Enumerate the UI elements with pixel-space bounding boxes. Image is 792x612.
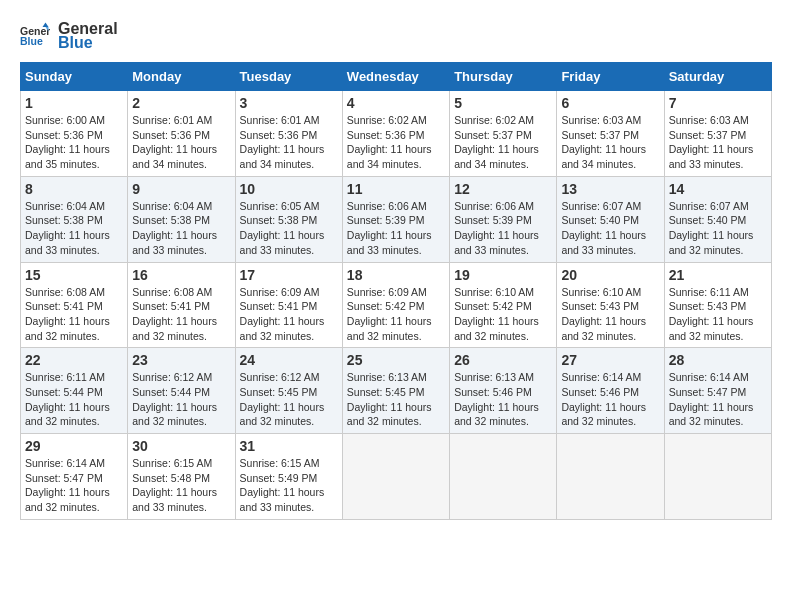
day-info: Sunrise: 6:12 AM Sunset: 5:44 PM Dayligh…	[132, 370, 230, 429]
day-info: Sunrise: 6:15 AM Sunset: 5:48 PM Dayligh…	[132, 456, 230, 515]
day-info: Sunrise: 6:12 AM Sunset: 5:45 PM Dayligh…	[240, 370, 338, 429]
day-info: Sunrise: 6:01 AM Sunset: 5:36 PM Dayligh…	[132, 113, 230, 172]
calendar-cell: 31Sunrise: 6:15 AM Sunset: 5:49 PM Dayli…	[235, 434, 342, 520]
day-number: 3	[240, 95, 338, 111]
day-number: 16	[132, 267, 230, 283]
day-number: 10	[240, 181, 338, 197]
header-tuesday: Tuesday	[235, 63, 342, 91]
header-sunday: Sunday	[21, 63, 128, 91]
calendar-cell: 6Sunrise: 6:03 AM Sunset: 5:37 PM Daylig…	[557, 91, 664, 177]
day-info: Sunrise: 6:08 AM Sunset: 5:41 PM Dayligh…	[25, 285, 123, 344]
day-number: 19	[454, 267, 552, 283]
day-number: 13	[561, 181, 659, 197]
day-info: Sunrise: 6:00 AM Sunset: 5:36 PM Dayligh…	[25, 113, 123, 172]
day-number: 26	[454, 352, 552, 368]
calendar-cell: 26Sunrise: 6:13 AM Sunset: 5:46 PM Dayli…	[450, 348, 557, 434]
calendar-week-3: 15Sunrise: 6:08 AM Sunset: 5:41 PM Dayli…	[21, 262, 772, 348]
day-info: Sunrise: 6:03 AM Sunset: 5:37 PM Dayligh…	[669, 113, 767, 172]
day-number: 28	[669, 352, 767, 368]
day-number: 1	[25, 95, 123, 111]
day-number: 29	[25, 438, 123, 454]
day-number: 4	[347, 95, 445, 111]
calendar-week-5: 29Sunrise: 6:14 AM Sunset: 5:47 PM Dayli…	[21, 434, 772, 520]
day-number: 24	[240, 352, 338, 368]
day-info: Sunrise: 6:14 AM Sunset: 5:47 PM Dayligh…	[669, 370, 767, 429]
day-number: 27	[561, 352, 659, 368]
calendar-cell: 1Sunrise: 6:00 AM Sunset: 5:36 PM Daylig…	[21, 91, 128, 177]
day-info: Sunrise: 6:14 AM Sunset: 5:47 PM Dayligh…	[25, 456, 123, 515]
calendar-week-2: 8Sunrise: 6:04 AM Sunset: 5:38 PM Daylig…	[21, 176, 772, 262]
calendar-cell: 4Sunrise: 6:02 AM Sunset: 5:36 PM Daylig…	[342, 91, 449, 177]
calendar-cell: 10Sunrise: 6:05 AM Sunset: 5:38 PM Dayli…	[235, 176, 342, 262]
header-monday: Monday	[128, 63, 235, 91]
calendar-cell: 7Sunrise: 6:03 AM Sunset: 5:37 PM Daylig…	[664, 91, 771, 177]
day-number: 30	[132, 438, 230, 454]
day-info: Sunrise: 6:10 AM Sunset: 5:42 PM Dayligh…	[454, 285, 552, 344]
day-info: Sunrise: 6:08 AM Sunset: 5:41 PM Dayligh…	[132, 285, 230, 344]
day-info: Sunrise: 6:06 AM Sunset: 5:39 PM Dayligh…	[347, 199, 445, 258]
day-number: 7	[669, 95, 767, 111]
calendar-cell: 23Sunrise: 6:12 AM Sunset: 5:44 PM Dayli…	[128, 348, 235, 434]
header-friday: Friday	[557, 63, 664, 91]
calendar-week-4: 22Sunrise: 6:11 AM Sunset: 5:44 PM Dayli…	[21, 348, 772, 434]
day-number: 14	[669, 181, 767, 197]
day-info: Sunrise: 6:04 AM Sunset: 5:38 PM Dayligh…	[25, 199, 123, 258]
day-info: Sunrise: 6:01 AM Sunset: 5:36 PM Dayligh…	[240, 113, 338, 172]
day-info: Sunrise: 6:15 AM Sunset: 5:49 PM Dayligh…	[240, 456, 338, 515]
calendar-cell: 15Sunrise: 6:08 AM Sunset: 5:41 PM Dayli…	[21, 262, 128, 348]
header-wednesday: Wednesday	[342, 63, 449, 91]
calendar-cell: 25Sunrise: 6:13 AM Sunset: 5:45 PM Dayli…	[342, 348, 449, 434]
calendar-cell: 5Sunrise: 6:02 AM Sunset: 5:37 PM Daylig…	[450, 91, 557, 177]
day-info: Sunrise: 6:13 AM Sunset: 5:46 PM Dayligh…	[454, 370, 552, 429]
calendar-cell: 12Sunrise: 6:06 AM Sunset: 5:39 PM Dayli…	[450, 176, 557, 262]
logo: General Blue General Blue	[20, 20, 118, 52]
day-number: 6	[561, 95, 659, 111]
day-info: Sunrise: 6:11 AM Sunset: 5:43 PM Dayligh…	[669, 285, 767, 344]
day-number: 21	[669, 267, 767, 283]
calendar-cell: 2Sunrise: 6:01 AM Sunset: 5:36 PM Daylig…	[128, 91, 235, 177]
calendar-cell	[342, 434, 449, 520]
day-info: Sunrise: 6:07 AM Sunset: 5:40 PM Dayligh…	[561, 199, 659, 258]
calendar-week-1: 1Sunrise: 6:00 AM Sunset: 5:36 PM Daylig…	[21, 91, 772, 177]
calendar-table: SundayMondayTuesdayWednesdayThursdayFrid…	[20, 62, 772, 520]
calendar-cell: 8Sunrise: 6:04 AM Sunset: 5:38 PM Daylig…	[21, 176, 128, 262]
day-number: 22	[25, 352, 123, 368]
calendar-cell	[664, 434, 771, 520]
day-number: 31	[240, 438, 338, 454]
calendar-cell: 21Sunrise: 6:11 AM Sunset: 5:43 PM Dayli…	[664, 262, 771, 348]
calendar-cell: 22Sunrise: 6:11 AM Sunset: 5:44 PM Dayli…	[21, 348, 128, 434]
day-info: Sunrise: 6:02 AM Sunset: 5:37 PM Dayligh…	[454, 113, 552, 172]
day-info: Sunrise: 6:13 AM Sunset: 5:45 PM Dayligh…	[347, 370, 445, 429]
page-header: General Blue General Blue	[20, 20, 772, 52]
calendar-cell: 11Sunrise: 6:06 AM Sunset: 5:39 PM Dayli…	[342, 176, 449, 262]
day-number: 23	[132, 352, 230, 368]
day-number: 9	[132, 181, 230, 197]
day-number: 18	[347, 267, 445, 283]
day-number: 8	[25, 181, 123, 197]
calendar-cell: 19Sunrise: 6:10 AM Sunset: 5:42 PM Dayli…	[450, 262, 557, 348]
calendar-cell: 16Sunrise: 6:08 AM Sunset: 5:41 PM Dayli…	[128, 262, 235, 348]
calendar-cell: 13Sunrise: 6:07 AM Sunset: 5:40 PM Dayli…	[557, 176, 664, 262]
day-info: Sunrise: 6:03 AM Sunset: 5:37 PM Dayligh…	[561, 113, 659, 172]
day-info: Sunrise: 6:11 AM Sunset: 5:44 PM Dayligh…	[25, 370, 123, 429]
logo-icon: General Blue	[20, 21, 50, 51]
calendar-cell: 24Sunrise: 6:12 AM Sunset: 5:45 PM Dayli…	[235, 348, 342, 434]
calendar-cell: 14Sunrise: 6:07 AM Sunset: 5:40 PM Dayli…	[664, 176, 771, 262]
day-info: Sunrise: 6:05 AM Sunset: 5:38 PM Dayligh…	[240, 199, 338, 258]
calendar-cell: 18Sunrise: 6:09 AM Sunset: 5:42 PM Dayli…	[342, 262, 449, 348]
day-info: Sunrise: 6:04 AM Sunset: 5:38 PM Dayligh…	[132, 199, 230, 258]
calendar-cell: 17Sunrise: 6:09 AM Sunset: 5:41 PM Dayli…	[235, 262, 342, 348]
calendar-cell	[450, 434, 557, 520]
calendar-cell: 28Sunrise: 6:14 AM Sunset: 5:47 PM Dayli…	[664, 348, 771, 434]
day-number: 17	[240, 267, 338, 283]
day-info: Sunrise: 6:02 AM Sunset: 5:36 PM Dayligh…	[347, 113, 445, 172]
day-number: 2	[132, 95, 230, 111]
day-info: Sunrise: 6:06 AM Sunset: 5:39 PM Dayligh…	[454, 199, 552, 258]
day-info: Sunrise: 6:14 AM Sunset: 5:46 PM Dayligh…	[561, 370, 659, 429]
day-info: Sunrise: 6:07 AM Sunset: 5:40 PM Dayligh…	[669, 199, 767, 258]
day-number: 12	[454, 181, 552, 197]
calendar-cell: 30Sunrise: 6:15 AM Sunset: 5:48 PM Dayli…	[128, 434, 235, 520]
day-number: 15	[25, 267, 123, 283]
day-number: 25	[347, 352, 445, 368]
header-saturday: Saturday	[664, 63, 771, 91]
